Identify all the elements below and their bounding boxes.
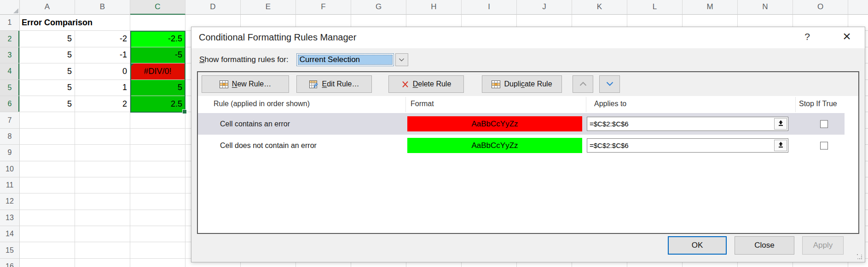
cell-a14[interactable] [20,226,75,242]
column-header-e[interactable]: E [241,0,296,15]
applies-to-input[interactable]: =$C$2:$C$6 [587,117,788,131]
cell-b15[interactable] [75,242,130,258]
cell-b9[interactable] [75,145,130,161]
row-header-13[interactable]: 13 [0,210,20,226]
cell-b2[interactable]: -2 [75,31,130,47]
row-header-9[interactable]: 9 [0,145,20,161]
cell-b4[interactable]: 0 [75,63,130,80]
cell-c1[interactable] [130,15,185,31]
cell-c6[interactable]: 2.5 [130,96,185,112]
column-header-b[interactable]: B [75,0,130,15]
column-header-j[interactable]: J [517,0,572,15]
stop-if-true-checkbox[interactable] [820,120,828,128]
row-header-7[interactable]: 7 [0,112,20,128]
scope-combobox[interactable]: Current Selection [296,53,408,66]
cell-b5[interactable]: 1 [75,80,130,96]
cell-b16[interactable] [75,259,130,267]
resize-grip[interactable] [857,254,862,260]
column-header-h[interactable]: H [406,0,462,15]
duplicate-rule-button[interactable]: Duplicate Rule [482,75,562,93]
column-header-i[interactable]: I [462,0,517,15]
cell-b13[interactable] [75,210,130,226]
cell-c7[interactable] [130,112,185,128]
column-header-f[interactable]: F [296,0,351,15]
edit-rule-button[interactable]: Edit Rule… [296,75,372,93]
row-header-12[interactable]: 12 [0,193,20,210]
cell-c15[interactable] [130,242,185,258]
row-header-3[interactable]: 3 [0,47,20,63]
column-header-o[interactable]: O [793,0,848,15]
cell-c11[interactable] [130,177,185,193]
cell-a15[interactable] [20,242,75,258]
cell-a3[interactable]: 5 [20,47,75,63]
cell-c16[interactable] [130,259,185,267]
column-header-k[interactable]: K [572,0,627,15]
cell-b7[interactable] [75,112,130,128]
cell-a7[interactable] [20,112,75,128]
column-header-a[interactable]: A [20,0,75,15]
cell-b3[interactable]: -1 [75,47,130,63]
collapse-dialog-button[interactable] [774,118,787,130]
cell-c9[interactable] [130,145,185,161]
rule-row[interactable]: Cell does not contain an errorAaBbCcYyZz… [198,135,858,156]
row-header-10[interactable]: 10 [0,161,20,177]
column-header-g[interactable]: G [351,0,406,15]
delete-rule-button[interactable]: Delete Rule [388,75,464,93]
close-button[interactable]: Close [735,236,794,255]
cell-a9[interactable] [20,145,75,161]
close-icon[interactable]: × [839,28,855,44]
cell-b14[interactable] [75,226,130,242]
cell-c12[interactable] [130,193,185,210]
cell-c10[interactable] [130,161,185,177]
row-header-6[interactable]: 6 [0,96,20,112]
cell-b6[interactable]: 2 [75,96,130,112]
applies-to-input[interactable]: =$C$2:$C$6 [587,138,788,153]
rule-row[interactable]: Cell contains an errorAaBbCcYyZz=$C$2:$C… [198,113,858,135]
cell-b10[interactable] [75,161,130,177]
row-header-1[interactable]: 1 [0,15,20,31]
column-header-d[interactable]: D [185,0,241,15]
column-header-m[interactable]: M [683,0,738,15]
cell-a2[interactable]: 5 [20,31,75,47]
cell-b12[interactable] [75,193,130,210]
move-rule-down-button[interactable] [599,75,620,93]
collapse-dialog-button[interactable] [774,140,787,151]
cell-c4[interactable]: #DIV/0! [130,63,185,80]
ok-button[interactable]: OK [668,236,727,255]
cell-c3[interactable]: -5 [130,47,185,63]
help-icon[interactable]: ? [800,31,814,42]
row-header-5[interactable]: 5 [0,80,20,96]
cell-a8[interactable] [20,129,75,145]
cell-a6[interactable]: 5 [20,96,75,112]
cell-c14[interactable] [130,226,185,242]
apply-button[interactable]: Apply [802,236,844,255]
row-header-16[interactable]: 16 [0,259,20,267]
row-header-8[interactable]: 8 [0,129,20,145]
select-all-corner[interactable] [0,0,20,15]
cell-c13[interactable] [130,210,185,226]
row-header-4[interactable]: 4 [0,63,20,80]
cell-a16[interactable] [20,259,75,267]
cell-a13[interactable] [20,210,75,226]
row-header-11[interactable]: 11 [0,177,20,193]
scope-combobox-field[interactable]: Current Selection [296,53,394,66]
cell-c5[interactable]: 5 [130,80,185,96]
column-header-c[interactable]: C [130,0,185,15]
cell-c2[interactable]: -2.5 [130,31,185,47]
dialog-titlebar[interactable]: Conditional Formatting Rules Manager ? × [191,27,865,48]
cell-b11[interactable] [75,177,130,193]
cell-a5[interactable]: 5 [20,80,75,96]
column-header-n[interactable]: N [738,0,793,15]
column-header-l[interactable]: L [627,0,683,15]
row-header-15[interactable]: 15 [0,242,20,258]
cell-a1[interactable]: Error Comparison [20,15,75,31]
cell-a12[interactable] [20,193,75,210]
move-rule-up-button[interactable] [573,75,593,93]
cell-a4[interactable]: 5 [20,63,75,80]
cell-a10[interactable] [20,161,75,177]
cell-a11[interactable] [20,177,75,193]
cell-c8[interactable] [130,129,185,145]
stop-if-true-checkbox[interactable] [820,142,828,149]
new-rule-button[interactable]: New Rule… [202,75,289,93]
row-header-14[interactable]: 14 [0,226,20,242]
